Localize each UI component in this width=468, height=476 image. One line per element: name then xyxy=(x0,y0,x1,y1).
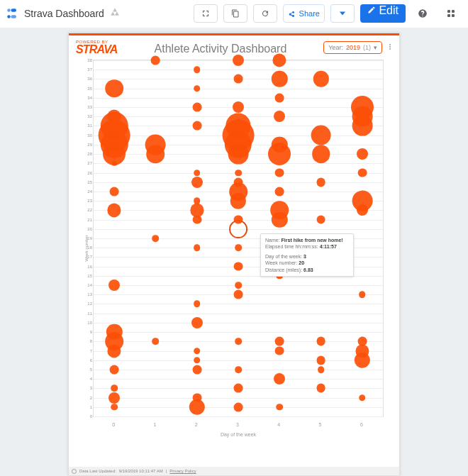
activity-bubble[interactable] xyxy=(234,290,243,299)
y-tick: 25 xyxy=(82,180,92,184)
y-tick: 1 xyxy=(82,405,92,409)
activity-bubble[interactable] xyxy=(313,71,328,87)
activity-bubble[interactable] xyxy=(359,291,366,298)
activity-bubble[interactable] xyxy=(234,384,243,393)
activity-bubble[interactable] xyxy=(194,170,201,177)
activity-bubble[interactable] xyxy=(318,366,325,373)
activity-bubble[interactable] xyxy=(108,279,120,291)
y-tick: 2 xyxy=(82,396,92,400)
activity-bubble[interactable] xyxy=(272,71,287,87)
activity-bubble[interactable] xyxy=(235,366,242,373)
activity-bubble[interactable] xyxy=(357,148,368,160)
report-footer: Data Last Updated: 9/19/2019 10:11:47 AM… xyxy=(69,467,399,475)
footer-updated-value: 9/19/2019 10:11:47 AM xyxy=(119,469,163,473)
activity-bubble[interactable] xyxy=(359,394,366,402)
y-tick: 29 xyxy=(82,143,92,147)
y-tick: 23 xyxy=(82,199,92,203)
share-dropdown[interactable] xyxy=(330,4,355,23)
privacy-link[interactable]: Privacy Policy xyxy=(169,469,196,473)
activity-bubble[interactable] xyxy=(235,170,242,177)
activity-bubble[interactable] xyxy=(194,85,201,92)
drive-status-icon[interactable] xyxy=(110,7,120,20)
activity-bubble[interactable] xyxy=(191,177,203,188)
activity-bubble[interactable] xyxy=(357,337,367,346)
data-freshness-icon[interactable] xyxy=(72,469,77,474)
copy-button[interactable] xyxy=(223,4,247,23)
activity-bubble[interactable] xyxy=(192,365,201,375)
activity-bubble[interactable] xyxy=(152,235,160,242)
activity-bubble[interactable] xyxy=(312,145,330,163)
activity-bubble[interactable] xyxy=(235,282,242,289)
activity-bubble[interactable] xyxy=(311,125,331,145)
activity-bubble[interactable] xyxy=(145,134,166,155)
activity-bubble[interactable] xyxy=(276,404,283,411)
activity-bubble[interactable] xyxy=(192,103,201,112)
document-title[interactable]: Strava Dashboard xyxy=(24,8,104,19)
activity-bubble[interactable] xyxy=(194,244,201,251)
activity-bubble[interactable] xyxy=(151,56,160,65)
activity-bubble[interactable] xyxy=(234,177,243,187)
activity-bubble[interactable] xyxy=(111,385,118,392)
activity-bubble[interactable] xyxy=(274,373,285,384)
activity-bubble[interactable] xyxy=(234,402,243,411)
activity-bubble[interactable] xyxy=(352,191,372,211)
activity-bubble[interactable] xyxy=(357,168,367,177)
activity-bubble[interactable] xyxy=(110,187,119,197)
fullscreen-button[interactable] xyxy=(194,4,218,23)
activity-bubble[interactable] xyxy=(316,355,325,365)
y-tick: 30 xyxy=(82,133,92,138)
y-tick: 26 xyxy=(82,171,92,175)
activity-bubble[interactable] xyxy=(234,262,243,271)
activity-bubble[interactable] xyxy=(275,346,284,355)
year-filter[interactable]: Year: 2019 (1) ▾ xyxy=(323,41,382,54)
activity-bubble[interactable] xyxy=(275,187,284,197)
x-tick: 6 xyxy=(360,422,363,427)
activity-bubble[interactable] xyxy=(190,204,204,217)
y-tick: 6 xyxy=(82,358,92,362)
activity-bubble[interactable] xyxy=(194,357,201,364)
activity-bubble[interactable] xyxy=(233,101,244,113)
activity-bubble[interactable] xyxy=(234,74,243,84)
activity-bubble[interactable] xyxy=(192,121,201,131)
activity-bubble[interactable] xyxy=(233,55,244,66)
share-button[interactable]: Share xyxy=(283,4,325,23)
activity-bubble[interactable] xyxy=(194,66,201,73)
activity-bubble[interactable] xyxy=(108,204,121,217)
activity-bubble[interactable] xyxy=(274,111,285,122)
activity-bubble[interactable] xyxy=(194,348,201,355)
activity-bubble[interactable] xyxy=(275,168,284,177)
footer-updated-label: Data Last Updated: xyxy=(79,469,116,473)
activity-bubble[interactable] xyxy=(194,197,201,204)
activity-bubble[interactable] xyxy=(111,404,118,411)
activity-bubble[interactable] xyxy=(192,393,201,402)
apps-button[interactable] xyxy=(440,5,462,22)
activity-bubble[interactable] xyxy=(194,301,201,308)
activity-bubble[interactable] xyxy=(273,53,286,67)
y-tick: 0 xyxy=(82,414,92,419)
activity-bubble[interactable] xyxy=(234,215,243,224)
activity-bubble[interactable] xyxy=(235,338,242,345)
activity-bubble[interactable] xyxy=(316,177,325,187)
activity-bubble[interactable] xyxy=(316,215,325,224)
activity-bubble[interactable] xyxy=(351,96,374,118)
activity-bubble-chart[interactable]: Week number 0123456789101112131415161718… xyxy=(93,60,384,437)
activity-bubble[interactable] xyxy=(235,244,242,251)
edit-button[interactable]: Edit xyxy=(360,4,406,23)
activity-bubble[interactable] xyxy=(152,338,160,345)
apps-icon xyxy=(447,10,455,17)
activity-bubble[interactable] xyxy=(270,201,289,220)
y-tick: 18 xyxy=(82,245,92,250)
activity-bubble[interactable] xyxy=(316,337,325,346)
y-tick: 12 xyxy=(82,301,92,306)
activity-bubble[interactable] xyxy=(275,337,284,346)
activity-bubble[interactable] xyxy=(316,384,325,393)
chart-menu-button[interactable] xyxy=(388,40,392,50)
y-tick: 36 xyxy=(82,77,92,81)
activity-bubble[interactable] xyxy=(105,79,123,98)
activity-bubble[interactable] xyxy=(191,317,203,328)
activity-bubble[interactable] xyxy=(108,392,120,404)
refresh-button[interactable] xyxy=(253,4,277,23)
help-button[interactable] xyxy=(411,5,434,22)
activity-bubble[interactable] xyxy=(275,93,284,102)
activity-bubble[interactable] xyxy=(110,365,119,375)
